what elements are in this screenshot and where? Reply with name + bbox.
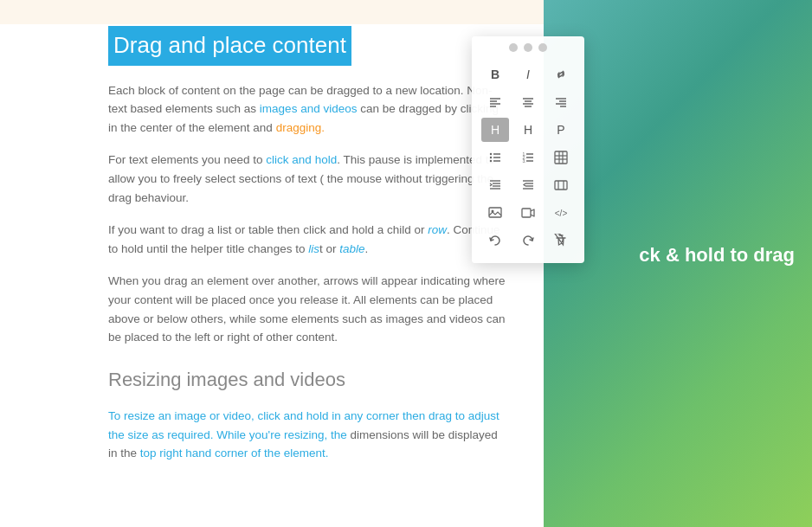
- content-area: Drag and place content Each block of con…: [0, 0, 544, 527]
- paragraph-1: Each block of content on the page can be…: [108, 81, 509, 138]
- ordered-list-button[interactable]: 1. 2. 3.: [514, 145, 542, 170]
- link-button[interactable]: [547, 62, 575, 87]
- toolbar-dots: [479, 43, 577, 55]
- unordered-list-button[interactable]: [481, 145, 509, 170]
- toolbar-row-6: </>: [479, 201, 577, 225]
- delete-button[interactable]: [547, 228, 575, 253]
- link-click-hold[interactable]: click and hold: [266, 153, 337, 166]
- redo-button[interactable]: [514, 228, 542, 253]
- link-list[interactable]: lis: [308, 242, 319, 255]
- toolbar: B I: [472, 36, 584, 263]
- svg-rect-40: [489, 208, 501, 217]
- delete-icon: [554, 234, 568, 247]
- undo-icon: [488, 234, 502, 247]
- drag-label: ck & hold to drag: [639, 239, 795, 269]
- align-center-icon: [521, 95, 535, 109]
- indent-button[interactable]: [481, 173, 509, 197]
- align-right-icon: [554, 95, 568, 109]
- align-left-icon: [488, 95, 502, 109]
- link-images-videos[interactable]: images and videos: [260, 102, 358, 115]
- toolbar-dot-3: [538, 43, 547, 52]
- paragraph-3: If you want to drag a list or table then…: [108, 221, 509, 258]
- table-button[interactable]: [547, 145, 575, 170]
- align-center-button[interactable]: [514, 90, 542, 114]
- toolbar-row-1: B I: [479, 62, 577, 87]
- paragraph-4: When you drag an element over another, a…: [108, 272, 509, 346]
- align-right-button[interactable]: [547, 90, 575, 114]
- toolbar-row-5: [479, 173, 577, 197]
- svg-point-12: [490, 153, 492, 155]
- section2-heading: Resizing images and videos: [108, 364, 509, 395]
- svg-rect-42: [522, 209, 531, 217]
- video-button[interactable]: [514, 201, 542, 225]
- code-button[interactable]: </>: [547, 201, 575, 225]
- svg-rect-24: [555, 151, 567, 164]
- svg-text:3.: 3.: [523, 158, 526, 164]
- h1-button[interactable]: H: [481, 118, 509, 142]
- image-icon: [488, 206, 502, 220]
- link-icon: [554, 67, 568, 81]
- toolbar-row-4: 1. 2. 3.: [479, 145, 577, 170]
- paragraph-2: For text elements you need to click and …: [108, 151, 509, 207]
- outdent-icon: [521, 178, 535, 192]
- svg-point-14: [490, 157, 492, 158]
- table-icon: [554, 151, 568, 164]
- p-button[interactable]: P: [547, 118, 575, 142]
- svg-rect-37: [555, 181, 567, 190]
- link-table[interactable]: table: [339, 242, 364, 255]
- ul-icon: [488, 151, 502, 164]
- h2-button[interactable]: H: [514, 118, 542, 142]
- embed-icon: [554, 178, 568, 192]
- undo-button[interactable]: [481, 228, 509, 253]
- embed-button[interactable]: [547, 173, 575, 197]
- toolbar-row-3: H H P: [479, 118, 577, 142]
- toolbar-dot-1: [509, 43, 518, 52]
- link-dragging[interactable]: dragging.: [276, 121, 325, 134]
- video-icon: [521, 206, 535, 220]
- italic-button[interactable]: I: [514, 62, 542, 87]
- align-left-button[interactable]: [481, 90, 509, 114]
- toolbar-dot-2: [524, 43, 532, 52]
- image-button[interactable]: [481, 201, 509, 225]
- bold-button[interactable]: B: [481, 62, 509, 87]
- main-heading: Drag and place content: [108, 26, 351, 66]
- link-row[interactable]: row: [428, 223, 447, 236]
- toolbar-row-2: [479, 90, 577, 114]
- ol-icon: 1. 2. 3.: [521, 151, 535, 164]
- outdent-button[interactable]: [514, 173, 542, 197]
- link-topright[interactable]: top right hand corner of the element.: [140, 447, 329, 460]
- toolbar-row-7: [479, 228, 577, 253]
- svg-point-16: [490, 160, 492, 162]
- section2-paragraph: To resize an image or video, click and h…: [108, 407, 509, 463]
- indent-icon: [488, 178, 502, 192]
- redo-icon: [521, 234, 535, 247]
